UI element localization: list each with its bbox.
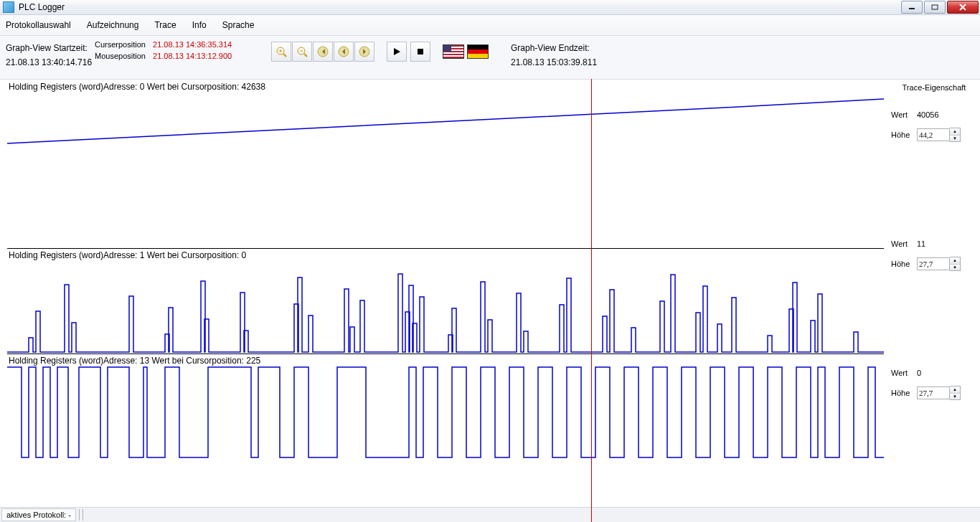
nav-next-icon[interactable]: [354, 42, 374, 62]
svg-line-3: [283, 54, 286, 57]
spinner-icon[interactable]: ▲▼: [950, 128, 961, 142]
mouse-pos-value: 21.08.13 14:13:12.900: [153, 52, 232, 60]
trace-1-panel[interactable]: Holding Registers (word)Adresse: 1 Wert …: [7, 249, 884, 354]
title-bar: PLC Logger: [0, 0, 980, 15]
menu-trace[interactable]: Trace: [154, 20, 176, 30]
minimize-button[interactable]: [901, 1, 923, 14]
trace-2-plot: [7, 354, 884, 459]
graph-end-value: 21.08.13 15:03:39.811: [511, 57, 597, 67]
svg-rect-1: [932, 5, 938, 9]
menu-info[interactable]: Info: [192, 20, 207, 30]
cursor-line[interactable]: [591, 79, 592, 522]
flag-us-icon[interactable]: [443, 44, 464, 59]
trace-0-plot: [7, 80, 884, 248]
chart-area[interactable]: Holding Registers (word)Adresse: 0 Wert …: [0, 79, 888, 506]
side-title: Trace-Eigenschaft: [891, 83, 977, 92]
svg-rect-12: [418, 49, 423, 54]
maximize-button[interactable]: [924, 1, 946, 14]
trace-1-hoehe-input[interactable]: [917, 257, 950, 270]
trace-2-wert: 0: [917, 369, 977, 377]
status-grip-icon[interactable]: [79, 509, 83, 521]
play-button[interactable]: [387, 42, 407, 62]
menu-sprache[interactable]: Sprache: [222, 20, 255, 30]
flag-de-icon[interactable]: [467, 44, 489, 59]
trace-0-hoehe-input[interactable]: [917, 128, 950, 141]
zoom-in-icon[interactable]: [271, 42, 291, 62]
menu-aufzeichnung[interactable]: Aufzeichnung: [87, 20, 139, 30]
trace-1-label: Holding Registers (word)Adresse: 1 Wert …: [9, 250, 246, 260]
stop-button[interactable]: [410, 42, 430, 62]
status-bar: aktives Protokoll: -: [0, 507, 980, 522]
menu-bar: Protokollauswahl Aufzeichnung Trace Info…: [0, 15, 980, 36]
close-button[interactable]: [947, 1, 979, 14]
app-icon: [3, 1, 14, 13]
trace-0-label: Holding Registers (word)Adresse: 0 Wert …: [9, 82, 265, 92]
trace-1-plot: [7, 249, 884, 353]
graph-end-label: Graph-View Endzeit:: [511, 43, 597, 53]
svg-line-7: [304, 54, 307, 57]
trace-0-props: Wert40056 Höhe▲▼: [891, 108, 977, 142]
trace-2-hoehe-input[interactable]: [917, 386, 950, 399]
side-panel: Trace-Eigenschaft Wert40056 Höhe▲▼ Wert1…: [888, 79, 980, 506]
zoom-out-icon[interactable]: [292, 42, 312, 62]
spinner-icon[interactable]: ▲▼: [950, 386, 961, 400]
spinner-icon[interactable]: ▲▼: [950, 257, 961, 271]
trace-0-wert: 40056: [917, 110, 977, 119]
toolbar: Graph-View Startzeit: 21.08.13 13:40:14.…: [0, 36, 980, 80]
graph-start-value: 21.08.13 13:40:14.716: [6, 57, 92, 67]
trace-2-props: Wert0 Höhe▲▼: [891, 366, 977, 400]
trace-2-panel[interactable]: Holding Registers (word)Adresse: 13 Wert…: [7, 354, 884, 459]
mouse-pos-label: Mouseposition: [95, 50, 151, 62]
trace-2-label: Holding Registers (word)Adresse: 13 Wert…: [9, 356, 260, 366]
graph-start-label: Graph-View Startzeit:: [6, 43, 92, 53]
window-title: PLC Logger: [19, 2, 65, 12]
menu-protokollauswahl[interactable]: Protokollauswahl: [6, 20, 71, 30]
trace-0-panel[interactable]: Holding Registers (word)Adresse: 0 Wert …: [7, 80, 884, 249]
trace-1-wert: 11: [917, 239, 977, 248]
trace-1-props: Wert11 Höhe▲▼: [891, 237, 977, 271]
status-active-protocol: aktives Protokoll: -: [1, 508, 76, 521]
nav-prev-icon[interactable]: [334, 42, 354, 62]
nav-first-icon[interactable]: [313, 42, 333, 62]
cursor-pos-label: Curserposition: [95, 39, 151, 50]
cursor-pos-value: 21.08.13 14:36:35.314: [153, 40, 232, 49]
